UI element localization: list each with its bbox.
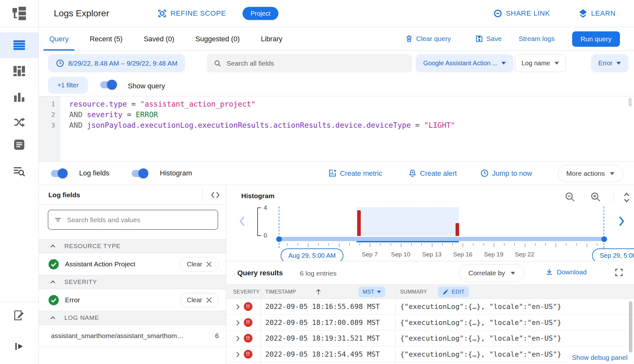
token-kw: AND: [69, 110, 87, 119]
date-range-chip[interactable]: 8/29/22, 8:48 AM – 9/29/22, 9:48 AM: [48, 54, 185, 72]
axis-tick: [442, 243, 443, 246]
scope-icon: [157, 9, 167, 18]
log-entry-row[interactable]: !!2022-09-05 18:17:00.089 MST{"execution…: [226, 315, 634, 331]
trash-icon: [405, 35, 413, 43]
log-field-item-assistant-action-project[interactable]: Assistant Action ProjectClear: [39, 253, 226, 275]
sidebar-item-logs-dashboard[interactable]: [0, 58, 38, 84]
show-query-toggle[interactable]: [100, 81, 115, 88]
expand-row-button[interactable]: [234, 319, 242, 327]
tab-query[interactable]: Query: [39, 27, 79, 51]
learn-button[interactable]: LEARN: [578, 9, 616, 18]
tab-saved-0[interactable]: Saved (0): [133, 27, 185, 51]
download-button[interactable]: Download: [545, 268, 587, 276]
cloud-logging-logo[interactable]: [0, 0, 38, 27]
log-field-item-assistant-smarthome-assistant-[interactable]: assistant_smarthome/assistant_smarthom…6: [39, 325, 226, 347]
histogram-toggle[interactable]: [132, 170, 147, 177]
create-metric-button[interactable]: Create metric: [328, 169, 382, 178]
stream-logs-button[interactable]: Stream logs: [519, 35, 555, 43]
clear-filter-button[interactable]: Clear: [180, 293, 219, 307]
log-fields-toggle[interactable]: [51, 170, 66, 177]
collapse-panel-button[interactable]: [210, 191, 220, 199]
sort-ascending-icon[interactable]: [314, 288, 323, 296]
search-all-fields[interactable]: [207, 54, 412, 72]
resource-filter-dropdown[interactable]: Google Assistant Action ...: [416, 54, 514, 72]
log-fields-section-resource-type[interactable]: RESOURCE TYPE: [39, 239, 226, 253]
error-severity-icon: !!: [244, 318, 252, 327]
zoom-in-button[interactable]: [590, 191, 601, 202]
token-op: =: [127, 100, 140, 108]
token-op: =: [122, 110, 136, 119]
expand-row-button[interactable]: [234, 350, 242, 359]
query-editor[interactable]: 1resource.type = "assistant_action_proje…: [39, 96, 634, 162]
expand-panel-icon: [14, 342, 24, 351]
axis-tick: [504, 243, 505, 246]
more-actions-button[interactable]: More actions: [558, 165, 623, 182]
log-entry-row[interactable]: !!2022-09-05 18:19:31.521 MST{"execution…: [226, 330, 634, 346]
save-button[interactable]: Save: [475, 35, 502, 43]
tab-recent-5[interactable]: Recent (5): [79, 27, 133, 51]
zoom-out-button[interactable]: [564, 191, 575, 202]
zoom-in-icon: [590, 191, 601, 202]
log-field-item-error[interactable]: ErrorClear: [39, 289, 226, 311]
fields-search-input[interactable]: [67, 216, 212, 224]
show-debug-panel-link[interactable]: Show debug panel: [570, 352, 630, 363]
axis-tick: [308, 243, 309, 247]
log-entry-row[interactable]: !!2022-09-05 18:16:55.698 MST{"execution…: [226, 299, 634, 315]
edit-summary-button[interactable]: EDIT: [438, 287, 469, 297]
histogram-bar[interactable]: [456, 223, 459, 236]
correlate-by-dropdown[interactable]: Correlate by: [459, 264, 524, 282]
sidebar-item-logs-storage[interactable]: [0, 132, 38, 158]
timezone-label: MST: [363, 289, 374, 295]
tab-library[interactable]: Library: [250, 27, 293, 51]
run-query-button[interactable]: Run query: [572, 31, 620, 47]
clear-filter-button[interactable]: Clear: [180, 257, 219, 271]
fields-search-box[interactable]: [48, 210, 218, 230]
token-kw: AND: [69, 121, 87, 129]
severity-filter-dropdown[interactable]: Error: [591, 54, 629, 72]
check-circle-icon: [48, 295, 59, 305]
editor-scrollbar[interactable]: [629, 98, 632, 107]
log-timestamp: 2022-09-05 18:16:55.698 MST: [265, 303, 380, 311]
x-icon: [206, 261, 212, 267]
log-fields-section-log-name[interactable]: LOG NAME: [39, 311, 226, 325]
create-alert-button[interactable]: Create alert: [408, 169, 457, 178]
selected-time-region[interactable]: [357, 207, 459, 236]
share-link-button[interactable]: SHARE LINK: [493, 9, 550, 18]
results-scrollbar[interactable]: [629, 301, 632, 352]
search-all-fields-input[interactable]: [226, 60, 405, 67]
logs-explorer-icon: [13, 40, 26, 51]
log-name-filter-dropdown[interactable]: Log name: [515, 54, 566, 72]
sidebar-item-logs-router[interactable]: [0, 109, 38, 135]
share-link-label: SHARE LINK: [506, 9, 550, 18]
time-range-slider[interactable]: [279, 237, 604, 241]
histogram-bar[interactable]: [357, 210, 361, 236]
expand-row-button[interactable]: [234, 334, 242, 343]
log-fields-section-severity[interactable]: SEVERITY: [39, 275, 226, 289]
expand-side-panel-button[interactable]: [0, 334, 38, 359]
sidebar-item-logs-analytics[interactable]: [0, 84, 38, 110]
sidebar-item-release-notes[interactable]: [0, 303, 38, 328]
timezone-dropdown[interactable]: MST: [358, 287, 385, 297]
refine-scope-button[interactable]: REFINE SCOPE: [157, 9, 226, 18]
chart-plus-icon: [328, 169, 337, 178]
add-filter-chip[interactable]: +1 filter: [48, 77, 88, 94]
tab-suggested-0[interactable]: Suggested (0): [185, 27, 250, 51]
histogram-prev-button[interactable]: [238, 216, 246, 227]
axis-tick: [545, 243, 546, 246]
zoom-out-icon: [564, 191, 575, 202]
fullscreen-button[interactable]: [614, 268, 624, 277]
log-entries-count: 6 log entries: [300, 270, 336, 277]
axis-tick: [380, 243, 381, 246]
sidebar-item-log-based-metrics[interactable]: [0, 158, 38, 184]
slider-handle-start[interactable]: [276, 236, 282, 242]
expand-row-button[interactable]: [234, 303, 242, 311]
clear-query-button[interactable]: Clear query: [405, 35, 451, 43]
scope-project-badge[interactable]: Project: [243, 7, 278, 20]
sidebar-item-logs-explorer[interactable]: [0, 32, 38, 58]
slider-handle-end[interactable]: [601, 236, 607, 242]
histogram-next-button[interactable]: [617, 216, 626, 227]
jump-to-now-button[interactable]: Jump to now: [480, 169, 532, 178]
expand-histogram-button[interactable]: [621, 191, 632, 204]
chevron-right-icon: [234, 350, 242, 359]
filter-row-2: +1 filter Show query: [39, 76, 634, 96]
